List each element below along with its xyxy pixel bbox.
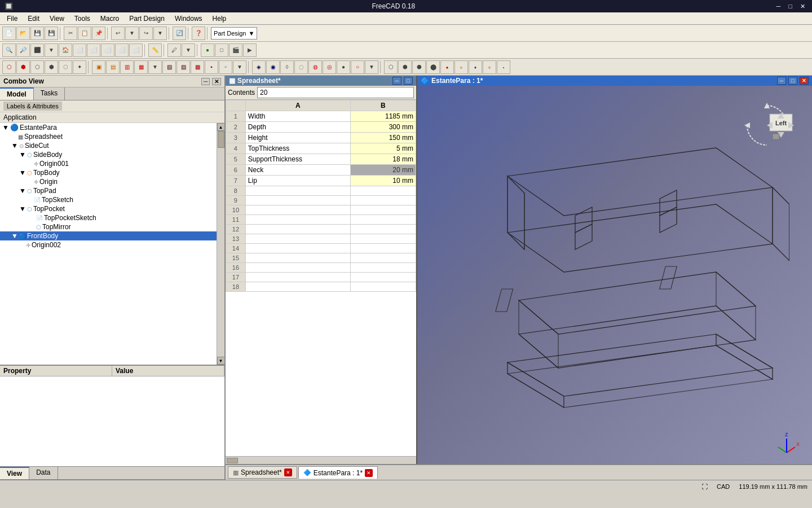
table-row[interactable]: 9 xyxy=(226,196,416,205)
cell-a[interactable] xyxy=(245,186,350,196)
menu-file[interactable]: File xyxy=(2,14,22,24)
cell-b[interactable] xyxy=(350,205,416,215)
extra-button-9[interactable]: ⬩ xyxy=(497,60,510,74)
sketch-button-1[interactable]: ▣ xyxy=(92,60,105,74)
part-button-4[interactable]: ⬢ xyxy=(45,60,58,74)
contents-input[interactable] xyxy=(257,87,414,98)
std-view-arrow[interactable]: ▼ xyxy=(45,43,58,57)
play-button[interactable]: ▶ xyxy=(243,43,257,57)
measure-button[interactable]: 📏 xyxy=(148,43,162,57)
part-button-2[interactable]: ⬢ xyxy=(16,60,30,74)
pocket-button-2[interactable]: ▨ xyxy=(176,60,190,74)
tree-topbody[interactable]: ▼ ⬡ TopBody xyxy=(0,168,217,177)
table-row[interactable]: 2Depth300 mm xyxy=(226,122,416,133)
sketch-button-4[interactable]: ▦ xyxy=(134,60,148,74)
menu-tools[interactable]: Tools xyxy=(70,14,95,24)
bool-button-5[interactable]: ◍ xyxy=(308,60,322,74)
cell-b[interactable] xyxy=(350,186,416,196)
cell-b[interactable] xyxy=(350,215,416,225)
sketch-button-arrow[interactable]: ▼ xyxy=(148,60,162,74)
combo-view-minimize[interactable]: ─ xyxy=(201,78,210,85)
spreadsheet-grid[interactable]: A B 1Width1185 mm2Depth300 mm3Height150 … xyxy=(226,100,416,456)
tree-toppocketsketch[interactable]: 📄 TopPocketSketch xyxy=(0,213,217,222)
combo-view-close[interactable]: ✕ xyxy=(212,78,221,85)
extra-button-6[interactable]: ⬦ xyxy=(454,60,468,74)
tab-view[interactable]: View xyxy=(0,467,29,479)
right-view-button[interactable]: ⬜ xyxy=(101,43,114,57)
cell-b[interactable] xyxy=(350,234,416,244)
part-button-6[interactable]: ✦ xyxy=(73,60,86,74)
table-row[interactable]: 12 xyxy=(226,225,416,234)
extra-button-3[interactable]: ⬣ xyxy=(412,60,426,74)
cell-a[interactable]: Height xyxy=(245,133,350,143)
paste-button[interactable]: 📌 xyxy=(92,27,105,40)
white-button[interactable]: □ xyxy=(215,43,228,57)
cell-a[interactable] xyxy=(245,282,350,292)
cell-a[interactable]: Lip xyxy=(245,176,350,186)
redo-button[interactable]: ↪ xyxy=(139,27,153,40)
bool-button-1[interactable]: ◈ xyxy=(252,60,266,74)
table-row[interactable]: 4TopThickness5 mm xyxy=(226,143,416,154)
scroll-up[interactable]: ▲ xyxy=(217,123,225,131)
menu-macro[interactable]: Macro xyxy=(96,14,123,24)
record-button[interactable]: 🎬 xyxy=(229,43,242,57)
cell-a[interactable] xyxy=(245,205,350,215)
tree-sidecut[interactable]: ▼ ⊙ SideCut xyxy=(0,141,217,150)
cell-b[interactable] xyxy=(350,196,416,205)
tree-spreadsheet[interactable]: ▦ Spreadsheet xyxy=(0,132,217,141)
spreadsheet-maximize[interactable]: □ xyxy=(404,77,413,85)
front-view-button[interactable]: ⬜ xyxy=(73,43,86,57)
open-file-button[interactable]: 📂 xyxy=(16,27,30,40)
tree-origin001[interactable]: ✛ Origin001 xyxy=(0,159,217,168)
sketch-button-3[interactable]: ▥ xyxy=(120,60,134,74)
table-row[interactable]: 13 xyxy=(226,234,416,244)
std-view-button[interactable]: ⬛ xyxy=(30,43,44,57)
cell-a[interactable] xyxy=(245,225,350,234)
cell-b[interactable]: 300 mm xyxy=(350,122,416,133)
tree-sidebody[interactable]: ▼ ⬡ SideBody xyxy=(0,150,217,159)
table-row[interactable]: 17 xyxy=(226,273,416,282)
viewport-close[interactable]: ✕ xyxy=(800,77,809,85)
tree-estantepara[interactable]: ▼ 🔵 EstantePara xyxy=(0,123,217,132)
table-row[interactable]: 15 xyxy=(226,253,416,263)
bottom-tab-spreadsheet-close[interactable]: ✕ xyxy=(284,468,292,476)
table-row[interactable]: 3Height150 mm xyxy=(226,133,416,143)
table-row[interactable]: 8 xyxy=(226,186,416,196)
table-row[interactable]: 1Width1185 mm xyxy=(226,111,416,122)
cell-b[interactable] xyxy=(350,273,416,282)
menu-windows[interactable]: Windows xyxy=(170,14,207,24)
menu-view[interactable]: View xyxy=(45,14,69,24)
tree-toppad[interactable]: ▼ ⬡ TopPad xyxy=(0,186,217,195)
tree-origin[interactable]: ✛ Origin xyxy=(0,177,217,186)
cell-b[interactable]: 20 mm xyxy=(350,165,416,176)
extra-button-4[interactable]: ⬤ xyxy=(426,60,440,74)
cell-a[interactable]: Neck xyxy=(245,165,350,176)
minimize-button[interactable]: ─ xyxy=(774,3,783,10)
spreadsheet-hscroll[interactable] xyxy=(226,456,416,464)
zoom-fit-button[interactable]: 🔎 xyxy=(16,43,30,57)
viewport-minimize[interactable]: ─ xyxy=(777,77,786,85)
help-button[interactable]: ❓ xyxy=(192,27,205,40)
refresh-button[interactable]: 🔄 xyxy=(173,27,186,40)
undo-dropdown[interactable]: ▼ xyxy=(125,27,139,40)
hscroll-thumb[interactable] xyxy=(227,458,238,463)
viewport-restore[interactable]: □ xyxy=(788,77,797,85)
table-row[interactable]: 18 xyxy=(226,282,416,292)
bool-button-6[interactable]: ◎ xyxy=(323,60,336,74)
bool-button-8[interactable]: ○ xyxy=(351,60,364,74)
extra-button-2[interactable]: ⬢ xyxy=(398,60,412,74)
3d-viewport[interactable]: Left xyxy=(417,86,812,464)
bool-button-arrow[interactable]: ▼ xyxy=(365,60,378,74)
cell-a[interactable]: TopThickness xyxy=(245,143,350,154)
close-button[interactable]: ✕ xyxy=(798,3,807,10)
cell-b[interactable] xyxy=(350,282,416,292)
spreadsheet-minimize[interactable]: ─ xyxy=(392,77,401,85)
cell-a[interactable] xyxy=(245,215,350,225)
bottom-view-button[interactable]: ⬜ xyxy=(115,43,129,57)
table-row[interactable]: 7Lip10 mm xyxy=(226,176,416,186)
bool-button-4[interactable]: ◌ xyxy=(294,60,308,74)
cell-b[interactable]: 18 mm xyxy=(350,154,416,165)
cell-b[interactable] xyxy=(350,253,416,263)
bool-button-2[interactable]: ◉ xyxy=(266,60,280,74)
part-button-3[interactable]: ⬡ xyxy=(30,60,44,74)
